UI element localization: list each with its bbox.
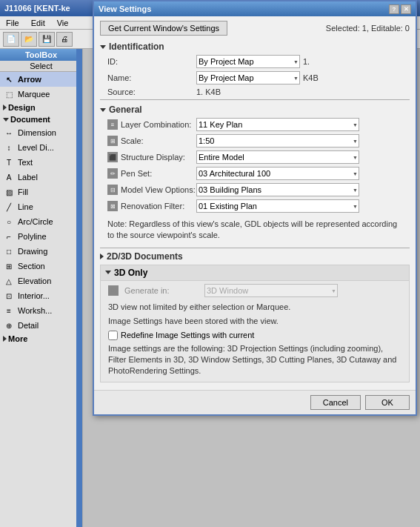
- menu-view[interactable]: Vie: [54, 19, 72, 27]
- general-section-label: General: [109, 105, 142, 115]
- dialog-content: Get Current Window's Settings Selected: …: [94, 16, 416, 387]
- ok-button[interactable]: OK: [365, 395, 410, 410]
- workshe-icon: ≡: [3, 305, 15, 316]
- tool-fill[interactable]: ▨ Fill: [0, 185, 82, 199]
- tool-dimension-label: Dimension: [18, 128, 56, 137]
- identification-expand-icon: [100, 45, 106, 49]
- get-current-button[interactable]: Get Current Window's Settings: [100, 21, 227, 36]
- arc-icon: ○: [3, 216, 15, 228]
- dialog-close-button[interactable]: ✕: [401, 4, 411, 14]
- menu-edit[interactable]: Edit: [28, 19, 48, 27]
- tool-arrow[interactable]: ↖ Arrow: [0, 72, 82, 87]
- group-design-triangle: [3, 105, 7, 110]
- redefine-checkbox[interactable]: [108, 331, 118, 340]
- structure-display-dropdown[interactable]: Entire Model: [196, 150, 359, 164]
- generate-in-icon: ⊞: [108, 285, 119, 296]
- group-document-triangle: [3, 118, 9, 122]
- name-control-group: By Project Map K4B: [196, 71, 410, 84]
- elevation-icon: △: [3, 275, 15, 287]
- tool-drawing-label: Drawing: [18, 247, 47, 256]
- model-view-wrapper: 03 Building Plans: [196, 183, 359, 196]
- dialog-titlebar: View Settings ? ✕: [94, 1, 416, 16]
- renovation-filter-wrapper: 01 Existing Plan: [196, 199, 359, 213]
- layer-combination-label: ≡ Layer Combination:: [107, 119, 196, 130]
- scale-wrapper: 1:50: [196, 134, 359, 148]
- toolbox: ToolBox Select ↖ Arrow ⬚ Marquee Design …: [0, 49, 83, 527]
- dialog-topbar: Get Current Window's Settings Selected: …: [100, 21, 410, 36]
- renovation-filter-label: ⊠ Renovation Filter:: [107, 201, 196, 211]
- tool-line[interactable]: ╱ Line: [0, 199, 82, 214]
- source-row: Source: 1. K4B: [100, 87, 410, 96]
- cancel-button[interactable]: Cancel: [310, 395, 361, 410]
- tool-text[interactable]: T Text: [0, 155, 82, 170]
- tool-section[interactable]: ⊞ Section: [0, 259, 82, 274]
- group-design[interactable]: Design: [0, 102, 82, 113]
- menu-file[interactable]: File: [3, 19, 22, 27]
- model-view-options-label: ⊟ Model View Options:: [107, 185, 196, 195]
- redefine-checkbox-label: Redefine Image Settings with current: [121, 331, 254, 339]
- tool-arrow-label: Arrow: [18, 75, 41, 84]
- dialog-help-button[interactable]: ?: [389, 4, 399, 14]
- tool-interior[interactable]: ⊡ Interior...: [0, 288, 82, 303]
- tool-arc-circle[interactable]: ○ Arc/Circle: [0, 214, 82, 229]
- toolbar-save[interactable]: 💾: [39, 32, 55, 47]
- identification-section-header: Identification: [100, 42, 410, 52]
- group-more-triangle: [3, 336, 7, 342]
- documents-section-label: 2D/3D Documents: [107, 251, 183, 262]
- tool-elevation[interactable]: △ Elevation: [0, 274, 82, 288]
- arrow-icon: ↖: [3, 73, 15, 85]
- tool-text-label: Text: [18, 158, 33, 167]
- id-control-group: By Project Map 1.: [196, 55, 410, 68]
- polyline-icon: ⌐: [3, 231, 15, 242]
- source-label: Source:: [107, 87, 196, 96]
- tool-detail-label: Detail: [18, 321, 39, 330]
- pen-set-dropdown[interactable]: 03 Architectural 100: [196, 167, 359, 180]
- group-design-label: Design: [8, 103, 36, 112]
- text-icon: T: [3, 156, 15, 168]
- tool-dimension[interactable]: ↔ Dimension: [0, 125, 82, 140]
- group-more[interactable]: More: [0, 333, 82, 345]
- 3d-info-line3: Image settings are the following: 3D Pro…: [101, 342, 409, 382]
- detail-icon: ⊕: [3, 319, 15, 331]
- toolbar-print[interactable]: 🖨: [56, 32, 73, 47]
- model-view-dropdown[interactable]: 03 Building Plans: [196, 183, 359, 196]
- general-section-header: General: [100, 105, 410, 115]
- tool-marquee[interactable]: ⬚ Marquee: [0, 87, 82, 102]
- tool-detail[interactable]: ⊕ Detail: [0, 318, 82, 333]
- generate-in-wrapper: 3D Window: [204, 284, 338, 297]
- name-dropdown[interactable]: By Project Map: [196, 71, 300, 84]
- renovation-filter-row: ⊠ Renovation Filter: 01 Existing Plan: [100, 199, 410, 213]
- id-dropdown[interactable]: By Project Map: [196, 55, 300, 68]
- group-document[interactable]: Document: [0, 113, 82, 125]
- note-text: Note: Regardless of this view's scale, G…: [100, 216, 410, 245]
- source-value: 1. K4B: [196, 87, 221, 96]
- id-label: ID:: [107, 57, 196, 66]
- layer-combination-wrapper: 11 Key Plan: [196, 118, 359, 131]
- documents-section-header[interactable]: 2D/3D Documents: [100, 251, 410, 262]
- id-dropdown-wrapper: By Project Map: [196, 55, 300, 68]
- 3d-only-expand-icon: [105, 271, 111, 274]
- toolbar-open[interactable]: 📂: [21, 32, 37, 47]
- tool-workshe[interactable]: ≡ Worksh...: [0, 303, 82, 318]
- group-document-label: Document: [10, 115, 50, 124]
- toolbar-new[interactable]: 📄: [3, 32, 19, 47]
- 3d-only-header[interactable]: 3D Only: [101, 265, 409, 281]
- dialog-footer: Cancel OK: [94, 390, 416, 414]
- tool-polyline[interactable]: ⌐ Polyline: [0, 229, 82, 244]
- redefine-checkbox-row: Redefine Image Settings with current: [101, 329, 409, 342]
- tool-drawing[interactable]: □ Drawing: [0, 244, 82, 259]
- tool-interior-label: Interior...: [18, 291, 50, 300]
- scale-dropdown[interactable]: 1:50: [196, 134, 359, 148]
- layer-combination-dropdown[interactable]: 11 Key Plan: [196, 118, 359, 131]
- identification-section-label: Identification: [109, 42, 164, 52]
- tool-level-di[interactable]: ↕ Level Di...: [0, 140, 82, 155]
- renovation-filter-dropdown[interactable]: 01 Existing Plan: [196, 199, 359, 213]
- toolbox-select-label: Select: [0, 61, 82, 72]
- tool-label[interactable]: A Label: [0, 170, 82, 185]
- generate-in-row: ⊞ Generate in: 3D Window: [101, 281, 409, 300]
- toolbox-title: ToolBox: [0, 49, 82, 61]
- fill-icon: ▨: [3, 186, 15, 198]
- view-settings-dialog: View Settings ? ✕ Get Current Window's S…: [93, 0, 417, 416]
- layer-combination-row: ≡ Layer Combination: 11 Key Plan: [100, 118, 410, 131]
- structure-display-row: ⬛ Structure Display: Entire Model: [100, 150, 410, 164]
